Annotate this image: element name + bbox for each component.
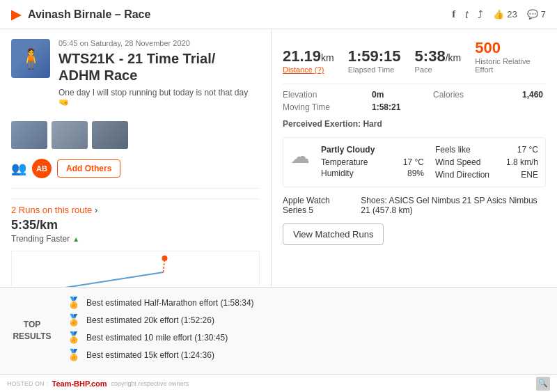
left-panel: 🧍 05:45 on Saturday, 28 November 2020 WT… xyxy=(0,29,272,287)
medal-icon-2: 🏅 xyxy=(67,313,81,327)
result-item-3: 🏅 Best estimated 10 mile effort (1:30:45… xyxy=(67,331,546,344)
result-label-4: Best estimated 15k effort (1:24:36) xyxy=(86,350,214,360)
effort-stat: 500 Historic Relative Effort xyxy=(475,39,546,74)
trending-label: Trending Faster ▲ xyxy=(11,234,260,244)
route-section: 2 Runs on this route › 5:35/km Trending … xyxy=(11,205,260,287)
feels-like-label: Feels like xyxy=(435,145,471,155)
moving-time-label: Moving Time xyxy=(283,102,366,112)
distance-label[interactable]: Distance (?) xyxy=(283,65,334,74)
result-item-2: 🏅 Best estimated 20k effort (1:52:26) xyxy=(67,313,546,327)
stats-row: 21.19km Distance (?) 1:59:15 Elapsed Tim… xyxy=(283,39,546,74)
view-matched-runs-button[interactable]: View Matched Runs xyxy=(283,224,384,245)
wind-dir-label: Wind Direction xyxy=(435,170,489,180)
activity-info: 05:45 on Saturday, 28 November 2020 WTS2… xyxy=(58,39,260,114)
result-label-2: Best estimated 20k effort (1:52:26) xyxy=(86,315,214,325)
teambhp-logo[interactable]: Team-BHP.com xyxy=(52,379,107,388)
like-button[interactable]: 👍 23 xyxy=(493,9,517,19)
result-item-4: 🏅 Best estimated 15k effort (1:24:36) xyxy=(67,348,546,361)
svg-line-0 xyxy=(52,272,164,287)
feels-like-value: 17 °C xyxy=(517,145,538,155)
route-arrow: › xyxy=(95,205,97,215)
footer: HOSTED ON : Team-BHP.com copyright respe… xyxy=(0,374,557,392)
pace-label: Pace xyxy=(415,65,462,74)
elapsed-time-label: Elapsed Time xyxy=(348,65,401,74)
shoes-label: Shoes: ASICS Gel Nimbus 21 SP Asics Nimb… xyxy=(361,196,546,215)
page-title: Avinash Birnale – Race xyxy=(28,8,150,21)
elevation-value: 0m xyxy=(372,90,427,100)
humidity-value: 89% xyxy=(407,168,424,178)
photo-thumb-3[interactable] xyxy=(92,121,128,149)
comment-count: 7 xyxy=(541,9,546,19)
pace-unit: /km xyxy=(446,52,462,63)
weather-condition: Partly Cloudy xyxy=(321,145,424,155)
social-row: 👥 AB Add Others xyxy=(11,159,260,189)
feels-like-details: Feels like 17 °C Wind Speed 1.8 km/h Win… xyxy=(435,145,538,180)
copyright-text: copyright respective owners xyxy=(111,380,189,387)
comment-button[interactable]: 💬 7 xyxy=(527,9,546,19)
add-others-button[interactable]: Add Others xyxy=(57,159,120,178)
distance-stat: 21.19km Distance (?) xyxy=(283,47,334,74)
temp-label: Temperature xyxy=(321,157,368,167)
header-left: ▶ Avinash Birnale – Race xyxy=(11,7,150,22)
pace-stat: 5:38/km Pace xyxy=(415,47,462,74)
distance-value: 21.19km xyxy=(283,47,334,65)
like-icon: 👍 xyxy=(493,9,504,19)
divider xyxy=(11,198,260,199)
equipment-row: Apple Watch Series 5 Shoes: ASICS Gel Ni… xyxy=(283,196,546,215)
people-icon: 👥 xyxy=(11,161,26,176)
zoom-icon[interactable]: 🔍 xyxy=(536,377,550,391)
wind-speed-value: 1.8 km/h xyxy=(506,157,538,167)
moving-time-value: 1:58:21 xyxy=(372,102,427,112)
medal-icon-4: 🏅 xyxy=(67,348,81,361)
calories-value: 1,460 xyxy=(522,90,546,100)
distance-unit: km xyxy=(321,52,334,63)
photo-thumb-2[interactable] xyxy=(52,121,88,149)
pace-value: 5:38/km xyxy=(415,47,462,65)
this-run-pace: 5:35/km xyxy=(11,218,260,233)
temp-value: 17 °C xyxy=(403,157,424,167)
elapsed-time-value: 1:59:15 xyxy=(348,47,401,65)
feels-like-row: Feels like 17 °C xyxy=(435,145,538,155)
activity-title: WTS21K - 21 Time Trial/ ADHM Race xyxy=(58,50,260,84)
avatar: 🧍 xyxy=(11,39,50,78)
activity-header: 🧍 05:45 on Saturday, 28 November 2020 WT… xyxy=(11,39,260,114)
photo-strip xyxy=(11,121,260,149)
results-list: 🏅 Best estimated Half-Marathon effort (1… xyxy=(67,296,546,366)
humidity-row: Humidity 89% xyxy=(321,168,424,178)
svg-point-2 xyxy=(162,256,168,261)
right-panel: 21.19km Distance (?) 1:59:15 Elapsed Tim… xyxy=(272,29,557,287)
chart-area: This Run xyxy=(11,251,260,287)
header: ▶ Avinash Birnale – Race f t ⤴ 👍 23 💬 7 xyxy=(0,0,557,29)
facebook-icon[interactable]: f xyxy=(452,8,455,20)
trend-up-icon: ▲ xyxy=(72,235,79,243)
share-icon[interactable]: ⤴ xyxy=(478,8,483,20)
avatar-image: 🧍 xyxy=(11,39,50,78)
pace-chart xyxy=(12,251,259,287)
details-grid: Elevation 0m Calories 1,460 Moving Time … xyxy=(283,90,546,112)
elapsed-time-stat: 1:59:15 Elapsed Time xyxy=(348,47,401,74)
comment-icon: 💬 xyxy=(527,9,538,19)
calories-label: Calories xyxy=(433,90,517,100)
photo-thumb-1[interactable] xyxy=(11,121,47,149)
wind-speed-row: Wind Speed 1.8 km/h xyxy=(435,157,538,167)
effort-value: 500 xyxy=(475,39,546,57)
wind-dir-row: Wind Direction ENE xyxy=(435,170,538,180)
result-label-1: Best estimated Half-Marathon effort (1:5… xyxy=(86,298,254,308)
top-results-section: TOP RESULTS 🏅 Best estimated Half-Marath… xyxy=(0,287,557,374)
twitter-icon[interactable]: t xyxy=(465,8,468,20)
perceived-exertion: Perceived Exertion: Hard xyxy=(283,119,546,129)
activity-description: One day I will stop running but today is… xyxy=(58,88,260,107)
temperature-row: Temperature 17 °C xyxy=(321,157,424,167)
perceived-label: Perceived Exertion: xyxy=(283,119,361,129)
result-item-1: 🏅 Best estimated Half-Marathon effort (1… xyxy=(67,296,546,309)
result-label-3: Best estimated 10 mile effort (1:30:45) xyxy=(86,333,228,343)
stats-divider xyxy=(283,84,546,84)
elevation-label: Elevation xyxy=(283,90,366,100)
humidity-label: Humidity xyxy=(321,168,354,178)
weather-icon: ☁ xyxy=(290,145,310,180)
weather-box: ☁ Partly Cloudy Temperature 17 °C Humidi… xyxy=(283,137,546,187)
route-title: 2 Runs on this route › xyxy=(11,205,260,215)
strava-icon: ▶ xyxy=(11,7,21,22)
route-link[interactable]: 2 Runs on this route xyxy=(11,205,92,215)
hosted-label: HOSTED ON : xyxy=(7,380,48,387)
